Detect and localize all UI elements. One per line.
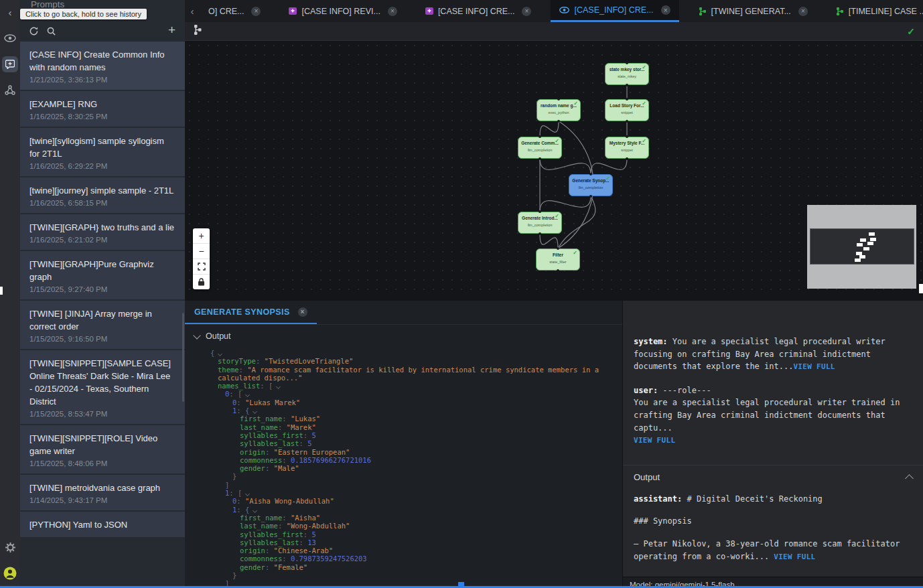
prompt-item[interactable]: [TWINE] [JINJA] Array merge in correct o…	[20, 301, 185, 349]
tab-close-icon[interactable]: ×	[388, 7, 397, 16]
prompt-item[interactable]: [TWINE] metroidvania case graph1/14/2025…	[20, 475, 185, 510]
left-resize-handle[interactable]	[0, 287, 3, 295]
prompt-item-title: [TWINE] [JINJA] Array merge in correct o…	[29, 307, 175, 333]
editor-tab[interactable]: [CASE_INFO] CRE...×	[551, 0, 679, 22]
node-type: snippet	[606, 111, 648, 115]
fit-view-icon[interactable]	[193, 259, 210, 275]
message-role: user:	[634, 386, 662, 395]
message-text: You are a specialist legal procedural wr…	[634, 337, 890, 371]
settings-gear-icon[interactable]	[2, 539, 18, 555]
json-line: origin: "Eastern European"	[210, 448, 622, 456]
canvas-controls: + −	[193, 228, 210, 289]
minimap-node-dot	[863, 247, 869, 250]
prompt-item[interactable]: [TWINE][GRAPH]Pure Graphviz graph1/15/20…	[20, 251, 185, 299]
view-full-link[interactable]: VIEW FULL	[634, 436, 675, 445]
minimap[interactable]	[807, 205, 916, 289]
collapse-chevron-icon[interactable]	[245, 492, 250, 496]
prompt-item[interactable]: [CASE INFO] Create Common Info with rand…	[20, 42, 185, 90]
prompt-item[interactable]: [twine][syllogism] sample syllogism for …	[20, 128, 185, 176]
flow-node[interactable]: ✓random name g...exec_python	[537, 99, 581, 121]
editor-tabbar: ‹ O] CRE...×[CASE INFO] REVI...×[CASE IN…	[185, 0, 923, 22]
prompt-item-timestamp: 1/16/2025, 6:29:22 PM	[29, 162, 175, 170]
minimap-node-dot	[870, 238, 876, 241]
tabs-scroll-left-icon[interactable]: ‹	[185, 0, 200, 22]
json-line: }	[210, 571, 622, 579]
collapse-chevron-icon[interactable]	[253, 409, 257, 414]
flow-node[interactable]: ✓Generate Introd...llm_completion	[518, 212, 562, 234]
tab-close-icon[interactable]: ×	[661, 5, 670, 15]
prompt-item[interactable]: [TWINE][SNIPPET][ROLE] Video game writer…	[20, 425, 185, 473]
tab-close-icon[interactable]: ×	[522, 7, 531, 16]
prompts-icon[interactable]	[2, 56, 18, 72]
json-line: }	[210, 472, 622, 480]
bottom-panel: GENERATE SYNOPSIS × Output {storyType: "…	[185, 292, 923, 588]
tab-close-icon[interactable]: ×	[251, 7, 261, 16]
assistant-paragraph: — Petar Nikolov, a 38-year-old romance s…	[634, 538, 912, 563]
assistant-paragraph: ### Synopsis	[634, 515, 912, 528]
json-line: names_list: [	[210, 382, 622, 390]
search-icon[interactable]	[46, 26, 56, 39]
user-avatar-icon[interactable]	[2, 565, 18, 581]
lock-icon[interactable]	[193, 275, 210, 289]
json-line: ]	[210, 481, 622, 489]
flow-node[interactable]: ✓Filterstate_filter	[536, 248, 580, 271]
flow-node[interactable]: ✓Generate Comm...llm_completion	[518, 137, 562, 159]
resize-handle[interactable]	[458, 582, 464, 588]
output-section-header[interactable]: Output	[185, 325, 622, 344]
node-success-check-icon: ✓	[555, 138, 559, 144]
view-full-link[interactable]: VIEW FULL	[769, 553, 815, 561]
prompt-item[interactable]: [EXAMPLE] RNG1/16/2025, 8:30:25 PM	[20, 91, 185, 127]
prompt-item-title: [EXAMPLE] RNG	[29, 98, 175, 111]
editor-tab[interactable]: [CASE INFO] CRE...×	[417, 0, 541, 22]
assistant-output: assistant: # Digital Deceit's Reckoning#…	[623, 489, 923, 577]
right-resize-handle[interactable]	[919, 284, 923, 293]
prompt-item[interactable]: [twine][journey] simple sample - 2T1L1/1…	[20, 177, 185, 213]
editor-tab[interactable]: [TIMELINE] CASE ...×	[827, 0, 923, 22]
run-success-check-icon: ✓	[907, 26, 915, 37]
collapse-chevron-icon[interactable]	[253, 508, 257, 513]
editor-tab[interactable]: [CASE INFO] REVI...×	[280, 0, 405, 22]
collapse-chevron-icon[interactable]	[245, 392, 250, 397]
graph-green-icon	[836, 7, 844, 15]
json-line: syllables_first: 5	[210, 530, 622, 538]
zoom-in-button[interactable]: +	[193, 228, 210, 244]
tab-label: [TIMELINE] CASE ...	[849, 7, 923, 16]
node-success-check-icon: ✓	[555, 213, 559, 219]
flow-node[interactable]: ✓Mystery Style F...snippet	[605, 137, 649, 159]
flows-icon[interactable]	[2, 82, 18, 98]
editor-tab[interactable]: O] CRE...×	[200, 0, 269, 22]
prompt-item[interactable]: [TWINE][SNIPPET][SAMPLE CASE] Online Thr…	[20, 350, 185, 424]
flow-node[interactable]: ✓state mkey stor...state_mkey	[605, 63, 649, 85]
json-line: 1: {	[210, 407, 622, 415]
details-output-header[interactable]: Output	[623, 465, 923, 489]
collapse-chevron-icon[interactable]	[218, 352, 222, 356]
prompts-scrollbar[interactable]	[182, 313, 184, 402]
back-icon[interactable]: ‹	[2, 4, 18, 20]
left-icon-rail: ‹	[0, 0, 20, 588]
editor-tab[interactable]: [TWINE] GENERAT...×	[690, 0, 816, 22]
json-output-viewer[interactable]: {storyType: "TwistedLoveTriangle"theme: …	[185, 344, 622, 588]
json-line: 0: "Aisha Wong-Abdullah"	[210, 497, 622, 505]
tab-close-icon[interactable]: ×	[298, 307, 307, 317]
view-full-link[interactable]: VIEW FULL	[793, 362, 835, 371]
prompt-item[interactable]: [TWINE][GRAPH} two truths and a lie1/16/…	[20, 214, 185, 250]
eye-icon[interactable]	[2, 30, 18, 46]
add-prompt-button[interactable]: +	[168, 23, 175, 38]
prompt-item[interactable]: [PYTHON] Yaml to JSON	[20, 512, 185, 537]
flow-node[interactable]: ✓Generate Synop...llm_completion	[569, 174, 613, 196]
prompts-panel: Prompts + [CASE INFO] Create Common Info…	[20, 0, 185, 588]
tab-generate-synopsis[interactable]: GENERATE SYNOPSIS ×	[185, 301, 317, 324]
collapse-chevron-icon[interactable]	[276, 384, 281, 389]
flow-graph-icon[interactable]	[193, 25, 202, 38]
tab-close-icon[interactable]: ×	[798, 7, 808, 16]
json-line: 1: {	[210, 506, 622, 514]
json-line: first_name: "Lukas"	[210, 415, 622, 423]
zoom-out-button[interactable]: −	[193, 244, 210, 259]
chevron-up-icon[interactable]	[905, 474, 914, 483]
prompt-item-timestamp: 1/16/2025, 6:58:15 PM	[29, 199, 175, 207]
refresh-icon[interactable]	[29, 26, 39, 39]
json-line: commonness: 0.18576966276721016	[210, 456, 622, 464]
flow-canvas[interactable]: ✓state mkey stor...state_mkey✓random nam…	[185, 41, 923, 292]
flow-node[interactable]: ✓Load Story For...snippet	[605, 99, 649, 121]
output-tab-row: GENERATE SYNOPSIS ×	[185, 301, 622, 325]
